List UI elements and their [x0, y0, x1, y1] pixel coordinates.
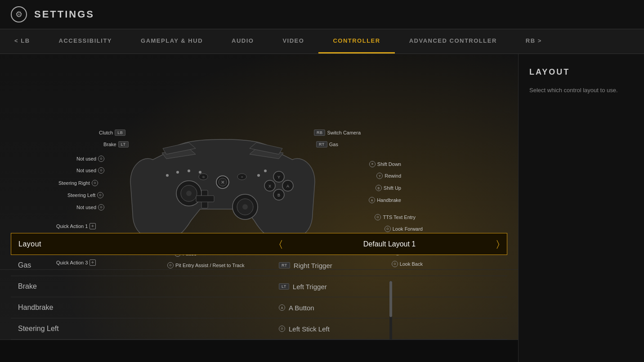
rewind-icon: Y [376, 173, 383, 179]
brake-value: Left Trigger [293, 283, 327, 290]
label-rewind: Y Rewind [376, 173, 401, 179]
header-title: SETTINGS [34, 9, 94, 20]
tab-gameplay[interactable]: GAMEPLAY & HUD [126, 29, 217, 54]
brake-label: Brake [18, 282, 279, 290]
label-shiftdown: ✕ Shift Down [369, 161, 401, 167]
label-gas: RT Gas [316, 141, 338, 147]
scrollbar-track [389, 281, 392, 340]
diagram-area: Clutch LB Brake LT Not used ⊙ Not used ⊙… [0, 54, 518, 362]
svg-text:X: X [268, 184, 271, 188]
label-notused3: Not used ⊙ [76, 204, 104, 210]
header: ⚙ SETTINGS [0, 0, 644, 29]
gas-value: Right Trigger [294, 262, 332, 269]
tts-icon: ⊙ [375, 214, 381, 220]
svg-point-28 [264, 170, 267, 172]
tab-advanced-controller[interactable]: ADVANCED CONTROLLER [395, 29, 511, 54]
layout-value: Default Layout 1 [288, 240, 491, 248]
gas-icon: RT [279, 262, 290, 268]
label-qa1: Quick Action 1 ✛ [56, 223, 96, 229]
tab-controller[interactable]: CONTROLLER [318, 29, 394, 54]
steeringleft-ls-icon: ⊙ [279, 326, 285, 332]
layout-value-container: 〈 Default Layout 1 〉 [279, 239, 500, 249]
clutch-badge: LB [115, 130, 125, 136]
controller-svg: X Y B A ✕ ≡ ⧉ [126, 124, 319, 250]
handbrake-a-icon: A [279, 304, 285, 311]
layout-next-arrow[interactable]: 〉 [496, 239, 500, 249]
svg-point-26 [199, 171, 201, 174]
tab-lb[interactable]: < LB [0, 29, 45, 54]
label-lookfwd: ⊙ Look Forward [385, 226, 423, 232]
notused2-icon: ⊙ [98, 167, 104, 174]
handbrake-value: A Button [289, 304, 314, 312]
scrollbar-thumb[interactable] [389, 281, 392, 317]
tab-video[interactable]: VIDEO [268, 29, 318, 54]
svg-text:A: A [286, 184, 289, 188]
gear-icon: ⚙ [11, 6, 27, 22]
tab-rb[interactable]: RB > [511, 29, 556, 54]
panel-title: LAYOUT [529, 67, 633, 77]
label-shiftup: B Shift Up [376, 185, 401, 191]
svg-point-23 [166, 174, 169, 177]
svg-text:B: B [277, 193, 280, 197]
settings-row-brake[interactable]: Brake LT Left Trigger [11, 276, 507, 297]
tab-accessibility[interactable]: ACCESSIBILITY [45, 29, 126, 54]
svg-text:≡: ≡ [241, 175, 243, 179]
steeringleft-value: Left Stick Left [289, 325, 330, 333]
steeringright-icon: ⊙ [92, 180, 98, 186]
label-tts: ⊙ TTS Text Entry [375, 214, 416, 220]
nav-tabs: < LB ACCESSIBILITY GAMEPLAY & HUD AUDIO … [0, 29, 644, 54]
layout-label: Layout [18, 240, 279, 248]
main-area: Clutch LB Brake LT Not used ⊙ Not used ⊙… [0, 54, 644, 362]
shiftup-icon: B [376, 185, 382, 191]
svg-point-24 [176, 171, 179, 174]
svg-text:⧉: ⧉ [202, 175, 205, 179]
settings-list: Layout 〈 Default Layout 1 〉 Gas RT Right… [0, 233, 518, 340]
notused3-icon: ⊙ [98, 204, 104, 210]
gas-value-container: RT Right Trigger [279, 262, 500, 269]
gas-label: Gas [18, 261, 279, 269]
qa1-icon: ✛ [89, 223, 96, 229]
brake-icon: LT [279, 283, 289, 290]
right-panel: LAYOUT Select which control layout to us… [518, 54, 644, 362]
label-brake: Brake LT [103, 141, 129, 147]
label-notused1: Not used ⊙ [76, 156, 104, 162]
label-notused2: Not used ⊙ [76, 167, 104, 174]
svg-point-25 [188, 170, 190, 172]
lookfwd-icon: ⊙ [385, 226, 391, 232]
handbrake-label: Handbrake [18, 304, 279, 312]
handbrake-icon: A [369, 197, 375, 203]
steeringleft-icon: ⊙ [97, 192, 103, 198]
label-handbrake: A Handbrake [369, 197, 401, 203]
tab-audio[interactable]: AUDIO [217, 29, 268, 54]
layout-prev-arrow[interactable]: 〈 [279, 239, 282, 249]
shiftdown-icon: ✕ [369, 161, 376, 167]
label-steeringleft: Steering Left ⊙ [67, 192, 103, 198]
label-switchcam: RB Switch Camera [314, 130, 361, 136]
svg-text:✕: ✕ [221, 180, 224, 185]
settings-row-steeringleft[interactable]: Steering Left ⊙ Left Stick Left [11, 318, 507, 340]
settings-row-handbrake[interactable]: Handbrake A A Button [11, 297, 507, 318]
notused1-icon: ⊙ [98, 156, 104, 162]
svg-point-5 [242, 204, 248, 210]
label-clutch: Clutch LB [99, 130, 125, 136]
settings-row-layout[interactable]: Layout 〈 Default Layout 1 〉 [11, 233, 507, 255]
svg-point-2 [186, 191, 192, 196]
settings-row-gas[interactable]: Gas RT Right Trigger [11, 255, 507, 276]
svg-point-27 [257, 174, 260, 177]
label-steeringright: Steering Right ⊙ [58, 180, 98, 186]
svg-text:Y: Y [277, 175, 280, 179]
svg-rect-7 [196, 196, 214, 202]
panel-description: Select which control layout to use. [529, 86, 633, 95]
steeringleft-label: Steering Left [18, 325, 279, 333]
